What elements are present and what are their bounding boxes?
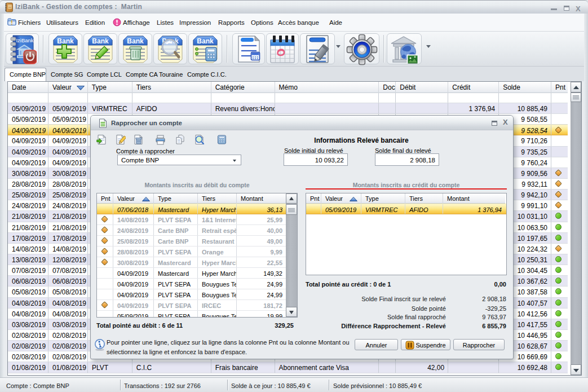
svg-text:Bank: Bank — [197, 37, 214, 45]
svg-text:IziBank: IziBank — [16, 37, 33, 43]
svg-text:Bank: Bank — [127, 37, 144, 45]
svg-text:!: ! — [11, 19, 13, 26]
svg-text:Bank: Bank — [57, 37, 74, 45]
svg-text:Bank: Bank — [92, 37, 109, 45]
